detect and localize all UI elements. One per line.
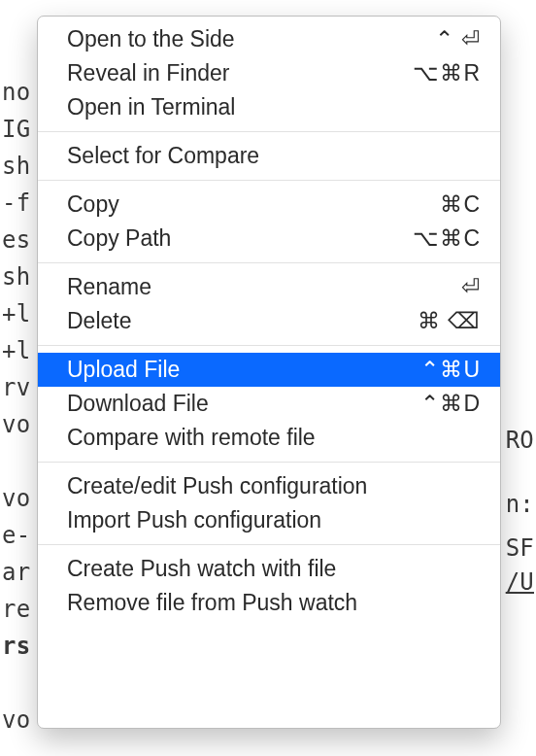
editor-text-fragment: RO <box>506 422 534 459</box>
menu-item-label: Create/edit Push configuration <box>67 473 481 499</box>
menu-separator <box>38 262 500 263</box>
menu-item-compare-remote[interactable]: Compare with remote file <box>38 421 500 455</box>
menu-separator <box>38 180 500 181</box>
context-menu: Open to the Side⌃ ⏎Reveal in Finder⌥⌘ROp… <box>37 16 501 729</box>
menu-item-shortcut: ⌥⌘R <box>413 60 481 86</box>
menu-item-label: Remove file from Push watch <box>67 590 481 616</box>
menu-item-label: Open to the Side <box>67 26 435 52</box>
editor-text-fragment: SF <box>506 530 534 567</box>
menu-item-shortcut: ⌃ ⏎ <box>435 26 481 52</box>
menu-item-label: Copy Path <box>67 225 413 252</box>
menu-separator <box>38 345 500 346</box>
menu-item-label: Copy <box>67 191 440 218</box>
editor-text-fragment: /U <box>506 564 534 601</box>
menu-item-open-in-terminal[interactable]: Open in Terminal <box>38 90 500 124</box>
menu-item-label: Delete <box>67 308 418 334</box>
menu-item-label: Reveal in Finder <box>67 60 413 86</box>
menu-item-create-edit-push-config[interactable]: Create/edit Push configuration <box>38 469 500 503</box>
menu-item-create-push-watch[interactable]: Create Push watch with file <box>38 552 500 586</box>
menu-item-label: Create Push watch with file <box>67 556 481 582</box>
editor-text-fragment: n: <box>506 486 534 523</box>
menu-item-reveal-in-finder[interactable]: Reveal in Finder⌥⌘R <box>38 56 500 90</box>
menu-item-copy-path[interactable]: Copy Path⌥⌘C <box>38 222 500 256</box>
menu-item-label: Compare with remote file <box>67 425 481 451</box>
menu-item-shortcut: ⏎ <box>461 274 481 300</box>
menu-separator <box>38 544 500 545</box>
menu-item-label: Rename <box>67 274 461 300</box>
menu-item-download-file[interactable]: Download File⌃⌘D <box>38 387 500 421</box>
menu-item-rename[interactable]: Rename⏎ <box>38 270 500 304</box>
menu-item-label: Select for Compare <box>67 143 481 169</box>
menu-item-remove-push-watch[interactable]: Remove file from Push watch <box>38 586 500 620</box>
menu-item-shortcut: ⌘C <box>440 191 481 218</box>
menu-item-shortcut: ⌥⌘C <box>413 225 481 252</box>
menu-item-label: Upload File <box>67 357 420 383</box>
menu-item-label: Import Push configuration <box>67 507 481 533</box>
menu-item-label: Open in Terminal <box>67 94 481 120</box>
menu-item-shortcut: ⌃⌘D <box>420 391 481 417</box>
menu-separator <box>38 462 500 463</box>
menu-item-upload-file[interactable]: Upload File⌃⌘U <box>38 353 500 387</box>
menu-item-copy[interactable]: Copy⌘C <box>38 188 500 222</box>
menu-item-delete[interactable]: Delete⌘ ⌫ <box>38 304 500 338</box>
menu-item-shortcut: ⌃⌘U <box>420 357 481 383</box>
menu-item-select-for-compare[interactable]: Select for Compare <box>38 139 500 173</box>
menu-item-shortcut: ⌘ ⌫ <box>418 308 481 334</box>
menu-item-label: Download File <box>67 391 420 417</box>
menu-item-open-to-side[interactable]: Open to the Side⌃ ⏎ <box>38 22 500 56</box>
menu-separator <box>38 131 500 132</box>
menu-item-import-push-config[interactable]: Import Push configuration <box>38 503 500 537</box>
